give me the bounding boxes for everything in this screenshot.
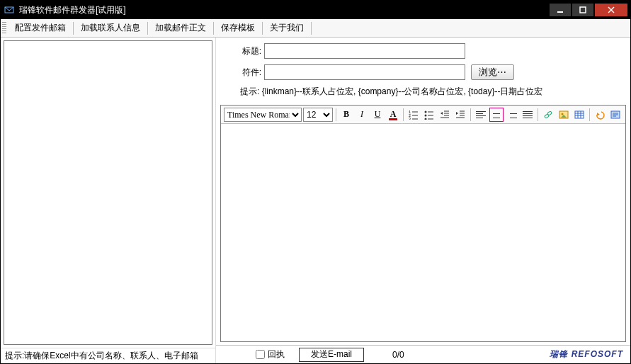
editor-toolbar: Times New Roman 12 B I U A 123 <box>221 106 625 124</box>
align-left-button[interactable] <box>474 108 488 122</box>
italic-button[interactable]: I <box>355 108 369 122</box>
titlebar: 瑞锋软件邮件群发器[试用版] <box>1 1 630 19</box>
toolbar-separator <box>538 108 538 121</box>
svg-line-4 <box>608 7 614 13</box>
body: 提示:请确保Excel中有公司名称、联系人、电子邮箱 标题: 符件: 浏览⋯ 提… <box>1 38 630 363</box>
svg-rect-2 <box>580 7 586 13</box>
insert-link-button[interactable] <box>541 108 555 122</box>
source-view-button[interactable] <box>608 108 623 122</box>
insert-image-button[interactable] <box>557 108 571 122</box>
receipt-checkbox[interactable] <box>256 350 265 359</box>
brand-label: 瑞锋 REFOSOFT <box>550 348 623 360</box>
left-hint: 提示:请确保Excel中有公司名称、联系人、电子邮箱 <box>1 348 215 363</box>
outdent-button[interactable] <box>438 108 452 122</box>
receipt-checkbox-wrap[interactable]: 回执 <box>256 348 285 360</box>
menu-config-sender[interactable]: 配置发件邮箱 <box>9 21 72 35</box>
align-justify-button[interactable] <box>521 108 535 122</box>
send-button[interactable]: 发送E-mail <box>299 348 364 362</box>
editor-body[interactable] <box>221 124 625 341</box>
window-controls <box>550 4 627 16</box>
receipt-label: 回执 <box>268 348 285 360</box>
insert-table-button[interactable] <box>572 108 586 122</box>
bullet-list-button[interactable] <box>422 108 436 122</box>
indent-button[interactable] <box>453 108 467 122</box>
maximize-button[interactable] <box>572 4 593 16</box>
svg-point-25 <box>544 113 549 118</box>
menu-separator <box>262 22 263 35</box>
macro-hint: 提示: {linkman}--联系人占位宏, {company}--公司名称占位… <box>240 86 623 98</box>
toolbar-separator <box>336 108 336 121</box>
left-panel: 提示:请确保Excel中有公司名称、联系人、电子邮箱 <box>1 38 216 363</box>
svg-rect-29 <box>575 111 584 118</box>
menu-about[interactable]: 关于我们 <box>264 21 309 35</box>
svg-point-11 <box>425 110 427 113</box>
svg-point-28 <box>562 113 564 115</box>
menu-separator <box>73 22 74 35</box>
app-window: 瑞锋软件邮件群发器[试用版] 配置发件邮箱 加载联系人信息 加载邮件正文 保存模… <box>0 0 631 364</box>
bold-button[interactable]: B <box>339 108 353 122</box>
font-family-select[interactable]: Times New Roman <box>224 108 302 122</box>
svg-point-15 <box>425 118 427 120</box>
progress-counter: 0/0 <box>392 350 404 360</box>
svg-line-3 <box>608 7 614 13</box>
subject-input[interactable] <box>264 43 465 59</box>
editor: Times New Roman 12 B I U A 123 <box>220 105 626 342</box>
toolbar-separator <box>470 108 471 121</box>
svg-point-13 <box>425 114 427 116</box>
contacts-list[interactable] <box>4 40 212 345</box>
toolbar-grip-icon <box>2 22 6 35</box>
menu-separator <box>147 22 148 35</box>
numbered-list-button[interactable]: 123 <box>407 108 421 122</box>
app-icon <box>4 4 15 16</box>
font-color-button[interactable]: A <box>386 108 400 122</box>
align-center-button[interactable] <box>489 108 504 122</box>
svg-point-26 <box>547 110 552 115</box>
close-button[interactable] <box>595 4 627 16</box>
menu-save-template[interactable]: 保存模板 <box>215 21 261 35</box>
footer: 回执 发送E-mail 0/0 瑞锋 REFOSOFT <box>216 345 630 363</box>
toolbar-separator <box>589 108 590 121</box>
svg-text:3: 3 <box>409 118 411 120</box>
browse-button[interactable]: 浏览⋯ <box>471 64 514 80</box>
menu-load-body[interactable]: 加载邮件正文 <box>149 21 212 35</box>
font-size-select[interactable]: 12 <box>303 108 333 122</box>
fields: 标题: 符件: 浏览⋯ 提示: {linkman}--联系人占位宏, {comp… <box>216 38 630 105</box>
attachment-label: 符件: <box>236 67 261 79</box>
subject-label: 标题: <box>236 45 261 57</box>
window-title: 瑞锋软件邮件群发器[试用版] <box>19 4 550 16</box>
menu-separator <box>213 22 214 35</box>
minimize-button[interactable] <box>550 4 571 16</box>
menu-load-contacts[interactable]: 加载联系人信息 <box>75 21 146 35</box>
toolbar-separator <box>403 108 404 121</box>
undo-button[interactable] <box>593 108 607 122</box>
underline-button[interactable]: U <box>370 108 385 122</box>
attachment-input[interactable] <box>264 64 465 80</box>
subject-row: 标题: <box>236 43 623 59</box>
align-right-button[interactable] <box>505 108 519 122</box>
menubar: 配置发件邮箱 加载联系人信息 加载邮件正文 保存模板 关于我们 <box>1 19 630 38</box>
attachment-row: 符件: 浏览⋯ <box>236 64 623 80</box>
menu-separator <box>311 22 312 35</box>
right-panel: 标题: 符件: 浏览⋯ 提示: {linkman}--联系人占位宏, {comp… <box>216 38 630 363</box>
